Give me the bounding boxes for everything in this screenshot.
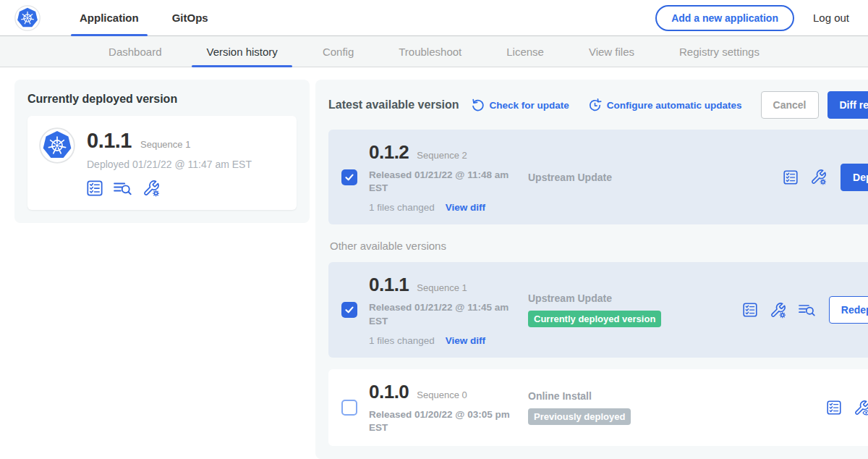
released-timestamp: Released 01/21/22 @ 11:45 am EST bbox=[369, 301, 512, 327]
refresh-icon bbox=[471, 98, 485, 112]
preflight-checks-icon[interactable] bbox=[87, 180, 103, 196]
check-for-update-link[interactable]: Check for update bbox=[471, 98, 569, 112]
currently-deployed-title: Currently deployed version bbox=[27, 93, 297, 106]
edit-config-icon[interactable] bbox=[810, 169, 827, 185]
deployed-version-card: 0.1.1 Sequence 1 Deployed 01/21/22 @ 11:… bbox=[27, 116, 297, 210]
kubernetes-app-icon bbox=[39, 127, 75, 197]
tab-application-label: Application bbox=[80, 12, 139, 24]
deploy-logs-icon[interactable] bbox=[799, 303, 815, 317]
version-number: 0.1.0 bbox=[369, 381, 409, 403]
edit-config-icon[interactable] bbox=[770, 302, 786, 319]
version-row-0-1-1: 0.1.1 Sequence 1 Released 01/21/22 @ 11:… bbox=[328, 262, 868, 357]
view-diff-link[interactable]: View diff bbox=[446, 202, 485, 213]
main-content: Currently deployed version 0.1.1 Sequenc… bbox=[0, 67, 868, 459]
preflight-checks-icon[interactable] bbox=[743, 303, 757, 317]
tab-config[interactable]: Config bbox=[308, 36, 368, 67]
tab-registry-settings[interactable]: Registry settings bbox=[665, 36, 774, 67]
version-row-0-1-0: 0.1.0 Sequence 0 Released 01/20/22 @ 03:… bbox=[328, 369, 868, 446]
logout-link[interactable]: Log out bbox=[813, 12, 849, 24]
clock-update-icon bbox=[588, 98, 602, 112]
cancel-button[interactable]: Cancel bbox=[761, 91, 819, 119]
tab-view-files[interactable]: View files bbox=[574, 36, 649, 67]
diff-releases-button[interactable]: Diff releases bbox=[827, 91, 868, 119]
released-timestamp: Released 01/21/22 @ 11:48 am EST bbox=[369, 169, 512, 195]
version-source-label: Upstream Update bbox=[528, 172, 775, 183]
tab-version-history[interactable]: Version history bbox=[192, 36, 292, 67]
redeploy-button[interactable]: Redeploy bbox=[829, 296, 868, 324]
add-new-application-button[interactable]: Add a new application bbox=[655, 5, 794, 31]
version-source-label: Upstream Update bbox=[528, 292, 734, 304]
tab-gitops[interactable]: GitOps bbox=[163, 0, 217, 35]
tab-license[interactable]: License bbox=[492, 36, 558, 67]
view-diff-link[interactable]: View diff bbox=[446, 335, 485, 346]
deployed-timestamp: Deployed 01/21/22 @ 11:47 am EST bbox=[87, 159, 252, 170]
latest-available-title: Latest available version bbox=[328, 98, 459, 111]
sequence-label: Sequence 0 bbox=[417, 389, 467, 400]
released-timestamp: Released 01/20/22 @ 03:05 pm EST bbox=[369, 408, 512, 434]
deployed-version-number: 0.1.1 bbox=[87, 129, 132, 153]
preflight-checks-icon[interactable] bbox=[827, 400, 841, 415]
version-checkbox[interactable] bbox=[341, 302, 357, 318]
view-config-icon[interactable] bbox=[854, 400, 868, 416]
version-checkbox[interactable] bbox=[341, 400, 357, 416]
version-source-label: Online Install bbox=[528, 390, 818, 402]
tab-application[interactable]: Application bbox=[71, 0, 148, 35]
version-number: 0.1.1 bbox=[369, 274, 409, 296]
version-row-0-1-2: 0.1.2 Sequence 2 Released 01/21/22 @ 11:… bbox=[328, 130, 868, 224]
version-checkbox[interactable] bbox=[341, 169, 357, 185]
edit-config-icon[interactable] bbox=[142, 180, 160, 197]
preflight-checks-icon[interactable] bbox=[783, 170, 798, 185]
latest-version-header: Latest available version Check for updat… bbox=[328, 91, 868, 119]
sequence-label: Sequence 1 bbox=[417, 282, 467, 293]
deploy-logs-icon[interactable] bbox=[114, 180, 132, 196]
version-history-panel: Latest available version Check for updat… bbox=[315, 80, 868, 459]
tab-dashboard[interactable]: Dashboard bbox=[94, 36, 176, 67]
files-changed-label: 1 files changed bbox=[369, 202, 435, 213]
tab-gitops-label: GitOps bbox=[172, 12, 208, 24]
app-sub-nav: Dashboard Version history Config Trouble… bbox=[0, 36, 868, 67]
tab-troubleshoot[interactable]: Troubleshoot bbox=[384, 36, 476, 67]
files-changed-label: 1 files changed bbox=[369, 335, 435, 346]
top-nav: Application GitOps Add a new application… bbox=[0, 0, 868, 36]
previously-deployed-badge: Previously deployed bbox=[528, 408, 631, 425]
configure-automatic-updates-link[interactable]: Configure automatic updates bbox=[588, 98, 742, 112]
sequence-label: Sequence 2 bbox=[417, 150, 467, 161]
deployed-sequence-label: Sequence 1 bbox=[140, 139, 190, 150]
deploy-button[interactable]: Deploy bbox=[841, 164, 868, 191]
version-number: 0.1.2 bbox=[369, 141, 409, 164]
currently-deployed-panel: Currently deployed version 0.1.1 Sequenc… bbox=[14, 80, 310, 223]
other-versions-title: Other available versions bbox=[330, 240, 868, 252]
currently-deployed-badge: Currently deployed version bbox=[528, 311, 661, 327]
kubernetes-logo-icon bbox=[14, 5, 41, 31]
